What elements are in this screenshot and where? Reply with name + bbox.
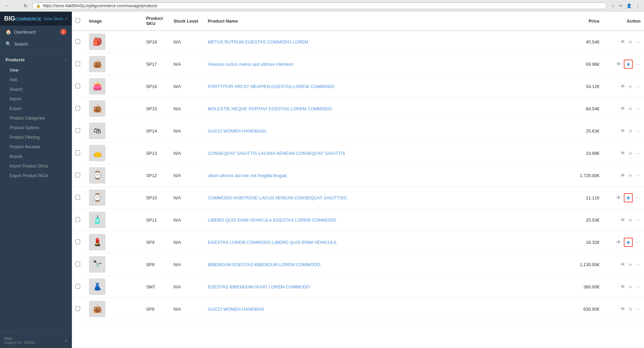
select-all-checkbox[interactable] [75, 18, 80, 23]
star-container[interactable]: ★ [628, 105, 633, 112]
view-icon[interactable]: 👁 [620, 150, 625, 156]
star-container[interactable]: ★ [624, 60, 633, 69]
row-checkbox[interactable] [75, 262, 80, 266]
star-container[interactable]: ★ [628, 150, 633, 157]
row-checkbox[interactable] [75, 39, 80, 44]
star-icon[interactable]: ★ [628, 262, 633, 268]
sidebar-subitem-brands[interactable]: Brands [0, 152, 72, 161]
more-actions-icon[interactable]: ··· [635, 173, 641, 178]
view-icon[interactable]: 👁 [620, 284, 625, 289]
view-store-link[interactable]: View Store ↗ [43, 16, 68, 21]
product-name-link[interactable]: METUS RUTRUM EGESTAS COMMODO LOREM [208, 39, 308, 45]
row-checkbox[interactable] [75, 106, 80, 111]
browser-navigation[interactable]: ← → ↻ [3, 2, 29, 9]
sidebar-subitem-export-skus[interactable]: Export Product SKUs [0, 171, 72, 181]
star-icon[interactable]: ★ [628, 128, 633, 134]
product-name-link[interactable]: PORTTITOR ARCST NEAPIEN EGESTAS LOREM CO… [208, 84, 334, 89]
product-name-link[interactable]: ullam ultrices dui nec est fringilla feu… [208, 173, 288, 178]
view-icon[interactable]: 👁 [620, 217, 625, 223]
star-icon[interactable]: ★ [626, 61, 631, 67]
star-container[interactable]: ★ [628, 284, 633, 290]
star-icon[interactable]: ★ [626, 195, 631, 201]
star-icon[interactable]: ★ [626, 239, 631, 246]
product-name-link[interactable]: GUCCI WOMEN HANDBAG [208, 307, 264, 312]
view-icon[interactable]: 👁 [616, 61, 621, 67]
product-name-link[interactable]: MOLESTIE NEQUE PORTAVI EGESTAS LOREM COM… [208, 106, 332, 111]
back-button[interactable]: ← [3, 2, 11, 9]
star-container[interactable]: ★ [628, 217, 633, 223]
more-actions-icon[interactable]: ··· [635, 262, 641, 267]
view-icon[interactable]: 👁 [620, 84, 625, 89]
star-icon[interactable]: ★ [628, 284, 633, 290]
more-actions-icon[interactable]: ··· [635, 39, 641, 45]
sidebar-products-group[interactable]: Products ‹ [0, 54, 72, 65]
view-icon[interactable]: 👁 [620, 106, 625, 111]
address-bar[interactable]: 🔒 https://store-ltak85in0q.mybigcommerce… [32, 2, 607, 9]
view-icon[interactable]: 👁 [620, 128, 625, 134]
menu-icon[interactable]: ⋮ [634, 3, 641, 9]
forward-button[interactable]: → [12, 2, 21, 9]
more-actions-icon[interactable]: ··· [635, 61, 641, 67]
sidebar-subitem-import-skus[interactable]: Import Product SKUs [0, 161, 72, 171]
row-checkbox[interactable] [75, 306, 80, 311]
bookmark-icon[interactable]: ☆ [610, 3, 616, 9]
star-icon[interactable]: ★ [628, 173, 633, 178]
star-container[interactable]: ★ [624, 238, 633, 247]
star-icon[interactable]: ★ [628, 217, 633, 223]
star-container[interactable]: ★ [624, 193, 633, 202]
row-checkbox[interactable] [75, 84, 80, 88]
row-checkbox[interactable] [75, 173, 80, 177]
profile-icon[interactable]: 👤 [625, 3, 633, 9]
extension-icon[interactable]: ✏ [618, 3, 624, 9]
product-name-link[interactable]: COMMODO HABITASSE LACUS AENEAN CONSEQUAT… [208, 195, 347, 200]
star-container[interactable]: ★ [628, 83, 633, 90]
star-container[interactable]: ★ [628, 306, 633, 312]
product-name-link[interactable]: LIBERO QUIS ENIM VEHICULA EGESTAS LOREM … [208, 218, 336, 223]
star-container[interactable]: ★ [628, 39, 633, 45]
product-name-link[interactable]: Vivamus luctus metus sed ultrices interd… [208, 62, 294, 67]
sidebar-subitem-add[interactable]: Add [0, 75, 72, 85]
row-checkbox[interactable] [75, 284, 80, 289]
product-name-link[interactable]: EGESTAS BIBENDUM DUIAT LOREM COMMODO [208, 284, 310, 289]
row-checkbox[interactable] [75, 217, 80, 222]
star-icon[interactable]: ★ [628, 106, 633, 112]
row-checkbox[interactable] [75, 239, 80, 244]
star-container[interactable]: ★ [628, 261, 633, 268]
more-actions-icon[interactable]: ··· [635, 150, 641, 156]
sidebar-subitem-search[interactable]: Search [0, 85, 72, 94]
star-icon[interactable]: ★ [628, 306, 633, 312]
sidebar-subitem-export[interactable]: Export [0, 104, 72, 113]
sidebar-subitem-view[interactable]: View [0, 65, 72, 75]
view-icon[interactable]: 👁 [620, 173, 625, 178]
product-name-link[interactable]: GUCCI WOMEN HANDBAGs [208, 128, 266, 134]
sidebar-subitem-options[interactable]: Product Options [0, 123, 72, 133]
sidebar-item-dashboard[interactable]: 🏠 Dashboard 2 [0, 26, 72, 38]
view-icon[interactable]: 👁 [620, 306, 625, 312]
sidebar-subitem-reviews[interactable]: Product Reviews [0, 142, 72, 152]
sidebar-subitem-filtering[interactable]: Product Filtering [0, 133, 72, 142]
refresh-button[interactable]: ↻ [22, 2, 29, 9]
more-actions-icon[interactable]: ··· [635, 217, 641, 223]
sidebar-item-search[interactable]: 🔍 Search [0, 38, 72, 50]
more-actions-icon[interactable]: ··· [635, 106, 641, 111]
row-checkbox[interactable] [75, 195, 80, 200]
star-icon[interactable]: ★ [628, 150, 633, 156]
more-actions-icon[interactable]: ··· [635, 239, 641, 245]
more-actions-icon[interactable]: ··· [635, 128, 641, 134]
more-actions-icon[interactable]: ··· [635, 84, 641, 89]
row-checkbox[interactable] [75, 61, 80, 66]
more-actions-icon[interactable]: ··· [635, 284, 641, 289]
product-name-link[interactable]: BIBENDUM EGESTAS BIBENDUM LOREM COMMODO [208, 262, 320, 267]
row-checkbox[interactable] [75, 128, 80, 133]
view-icon[interactable]: 👁 [616, 239, 621, 245]
star-icon[interactable]: ★ [628, 84, 633, 89]
collapse-icon[interactable]: ∧ [65, 338, 68, 343]
more-actions-icon[interactable]: ··· [635, 195, 641, 200]
product-name-link[interactable]: CONSEQUAT SAGITTIS LACINIA AENEAN CONSEQ… [208, 151, 345, 156]
product-name-link[interactable]: EGESTAS LOREM COMMODO LIBERO QUIS ENIM V… [208, 240, 337, 245]
more-actions-icon[interactable]: ··· [635, 306, 641, 312]
star-container[interactable]: ★ [628, 128, 633, 134]
row-checkbox[interactable] [75, 150, 80, 155]
view-icon[interactable]: 👁 [620, 39, 625, 45]
sidebar-subitem-categories[interactable]: Product Categories [0, 113, 72, 123]
